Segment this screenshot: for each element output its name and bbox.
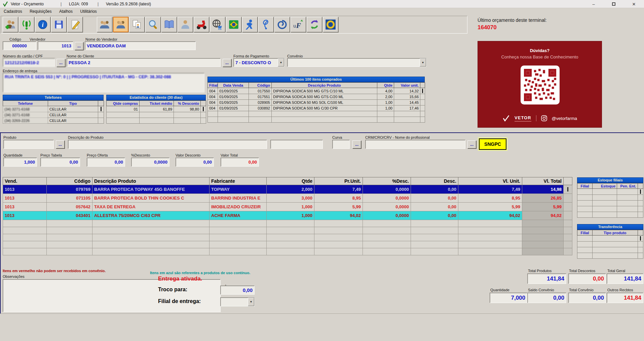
- grid-row-empty[interactable]: [3, 241, 572, 248]
- grid-row[interactable]: 1013071105 BARRA PROTEICA BOLD THIN COOK…: [3, 194, 572, 203]
- ultimos-item-row[interactable]: 00401/09/2025 017551DIPIRONA SODICA 500 …: [208, 94, 425, 100]
- close-button[interactable]: ✕: [627, 0, 641, 8]
- estatistica-row[interactable]: 01 61,89 98,80: [107, 106, 206, 112]
- search-button[interactable]: [145, 17, 161, 32]
- convenio-combo[interactable]: ▼: [287, 58, 426, 67]
- telefone-row[interactable]: (34) 3269-2226 CELULAR: [3, 118, 104, 124]
- phone-authorization-button[interactable]: [19, 17, 34, 32]
- info-button[interactable]: i: [35, 17, 50, 32]
- sngpc-button[interactable]: SNGPC: [479, 138, 506, 150]
- ultimos-item-row[interactable]: 00401/09/2025 028905DIPIRONA SODICA 50 M…: [208, 100, 425, 105]
- copy-document-button[interactable]: [129, 17, 145, 32]
- customers-button[interactable]: [97, 17, 112, 32]
- quantidade-field[interactable]: 1,000: [3, 158, 37, 167]
- perc-desconto-field[interactable]: 0,0000: [131, 158, 169, 167]
- grid-row-empty[interactable]: [3, 220, 572, 227]
- menu-atalhos[interactable]: Atalhos: [56, 8, 76, 15]
- convenio-dropdown-icon[interactable]: ▼: [420, 58, 426, 67]
- qtde-compras-cell[interactable]: 01: [107, 106, 140, 112]
- estatistica-scroll-thumb[interactable]: [201, 106, 206, 112]
- endereco-field[interactable]: RUA TRINTA E SEIS 553 | Nº: 0 | | PROGRE…: [3, 73, 204, 92]
- grid-scrollbar[interactable]: [564, 177, 572, 185]
- grid-row[interactable]: 1013043401 ALLESTRA 75/20MCG C/63 CPRACH…: [3, 211, 572, 220]
- help-instagram-handle: @vetorfarma: [552, 116, 577, 121]
- nome-vendedor-field[interactable]: VENDEDORA DAM: [85, 41, 196, 50]
- codigo-field[interactable]: 000000: [3, 41, 36, 50]
- ultimos-item-row: [208, 111, 425, 117]
- brazil-flag-button[interactable]: [226, 17, 241, 32]
- customer-card-button[interactable]: [113, 17, 128, 32]
- valor-desconto-field[interactable]: 0,00: [176, 158, 214, 167]
- save-button[interactable]: [51, 17, 67, 32]
- nome-cliente-field[interactable]: PESSOA 2: [67, 58, 221, 67]
- tipo-cell[interactable]: CELULAR: [48, 118, 98, 124]
- crm-lookup-button[interactable]: ...: [467, 140, 476, 148]
- preco-oferta-field[interactable]: 0,00: [87, 158, 125, 167]
- produto-complemento-field[interactable]: [270, 140, 323, 149]
- ultimos-scroll-thumb[interactable]: [420, 88, 425, 94]
- grid-row-empty[interactable]: [3, 227, 572, 234]
- minimize-button[interactable]: –: [586, 0, 601, 8]
- ultimos-scrollbar[interactable]: [420, 83, 425, 88]
- cartao-lookup-button[interactable]: ...: [56, 59, 65, 67]
- delivery-motorcycle-button[interactable]: [194, 17, 209, 32]
- telefone-row[interactable]: (34) 3271-6168 CELULAR: [3, 112, 104, 118]
- vendedor-field[interactable]: 1013: [38, 41, 73, 50]
- produto-lookup-button[interactable]: ...: [56, 140, 65, 148]
- curva-lookup-button[interactable]: ...: [352, 140, 361, 148]
- filial-entrega-dropdown-icon[interactable]: ▼: [248, 298, 254, 306]
- ring-button[interactable]: [323, 17, 338, 32]
- ultimos-item-row[interactable]: 00401/09/2025 030892DIPIRONA SODICA 500 …: [208, 105, 425, 111]
- web-shopping-button[interactable]: [210, 17, 225, 32]
- accessibility-person-button[interactable]: [242, 17, 258, 32]
- cliente-lookup-button[interactable]: ...: [223, 59, 231, 67]
- menu-cadastros[interactable]: Cadastros: [1, 8, 25, 15]
- estatistica-scrollbar[interactable]: [201, 101, 206, 106]
- ticket-medio-cell[interactable]: 61,89: [140, 106, 174, 112]
- grid-row-selected[interactable]: 1013079769 BARRA PROTEICA TOPWAY 45G BAN…: [3, 185, 572, 194]
- grid-row[interactable]: 1013057642 TAXA DE ENTREGAIMOBILIZADO CR…: [3, 203, 572, 211]
- vendedor-lookup-button[interactable]: ...: [75, 42, 83, 50]
- produto-field[interactable]: [3, 140, 54, 149]
- telefone-cell[interactable]: (34) 3271-6168: [3, 106, 48, 112]
- tipo-cell[interactable]: CELULAR: [48, 106, 98, 112]
- grid-row-empty[interactable]: [3, 234, 572, 241]
- spiral-button[interactable]: [274, 17, 290, 32]
- transferencia-scroll-thumb[interactable]: [638, 236, 643, 242]
- troco-field[interactable]: 0,00: [220, 286, 255, 295]
- telefones-scrollbar[interactable]: [98, 101, 104, 106]
- tipo-cell[interactable]: CELULAR: [48, 112, 98, 118]
- observacoes-textarea[interactable]: [3, 279, 221, 312]
- sync-button[interactable]: [307, 17, 322, 32]
- transferencia-scrollbar[interactable]: [638, 230, 643, 236]
- estoque-scrollbar[interactable]: [638, 183, 643, 189]
- telefone-cell[interactable]: (34) 3269-2226: [3, 118, 48, 124]
- sngpc-symbol-button[interactable]: [258, 17, 274, 32]
- valor-total-field[interactable]: 0,00: [221, 158, 259, 167]
- maximize-button[interactable]: [607, 0, 621, 8]
- perc-desconto-cell[interactable]: 98,80: [174, 106, 201, 112]
- menu-utilitarios[interactable]: Utilitários: [77, 8, 100, 15]
- catalog-book-button[interactable]: [161, 17, 177, 32]
- crm-field[interactable]: [365, 140, 465, 149]
- filial-entrega-combo[interactable]: ▼: [220, 297, 255, 306]
- edit-button[interactable]: [67, 17, 83, 32]
- ultimos-item-row[interactable]: 00401/09/2025 017550DIPIRONA SODICA 500 …: [208, 88, 425, 94]
- preco-tabela-field[interactable]: 0,00: [40, 158, 80, 167]
- telefones-scroll-thumb[interactable]: [98, 106, 104, 112]
- telefone-row[interactable]: (34) 3271-6168 CELULAR: [3, 106, 104, 112]
- estoque-scroll-thumb[interactable]: [638, 189, 643, 195]
- add-customer-button[interactable]: [3, 17, 18, 32]
- telefone-cell[interactable]: (34) 3271-6168: [3, 112, 48, 118]
- menu-requisicoes[interactable]: Requisições: [27, 8, 54, 15]
- cartao-cpf-field[interactable]: 12121212/0818-2: [3, 58, 55, 67]
- nf-button[interactable]: uF: [291, 17, 306, 32]
- descricao-produto-field[interactable]: [68, 140, 267, 149]
- grid-scroll-thumb[interactable]: [564, 185, 572, 194]
- curva-field[interactable]: [332, 140, 350, 149]
- customer-button[interactable]: [178, 17, 193, 32]
- ultimos-itens-title: Últimos 100 itens comprados: [207, 77, 425, 82]
- grid-row-empty[interactable]: [3, 248, 572, 255]
- forma-pagamento-combo[interactable]: 7 - DESCONTO O ▼: [233, 58, 285, 67]
- forma-pagamento-dropdown-icon[interactable]: ▼: [278, 58, 284, 67]
